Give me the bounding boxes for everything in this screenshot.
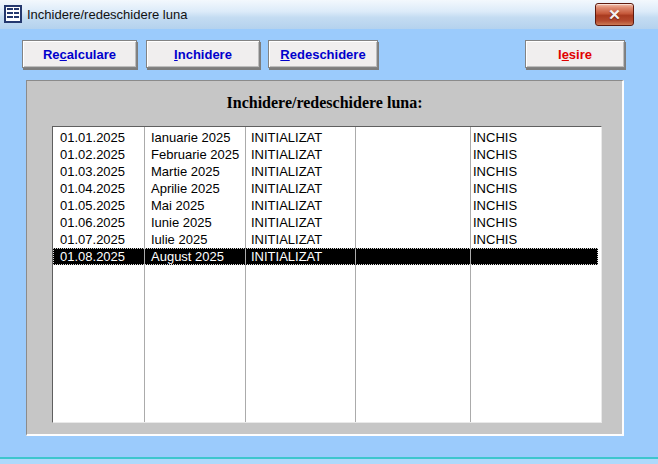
month-list-rows: 01.01.2025 Ianuarie 2025 INITIALIZAT INC…	[53, 129, 601, 265]
list-row[interactable]: 01.06.2025 Iunie 2025 INITIALIZAT INCHIS	[53, 214, 601, 231]
cell-month: Martie 2025	[144, 163, 245, 180]
list-row[interactable]: 01.08.2025 August 2025 INITIALIZAT	[53, 248, 598, 265]
redeschidere-button[interactable]: Redeschidere	[268, 40, 378, 68]
redeschidere-accesskey: R	[280, 47, 289, 62]
ledger-icon	[4, 5, 22, 23]
list-row[interactable]: 01.03.2025 Martie 2025 INITIALIZAT INCHI…	[53, 163, 601, 180]
cell-date: 01.03.2025	[53, 163, 144, 180]
window-bottom-edge-light	[0, 459, 658, 464]
ledger-icon-lines	[14, 8, 20, 20]
cell-extra	[355, 129, 470, 146]
list-row[interactable]: 01.02.2025 Februarie 2025 INITIALIZAT IN…	[53, 146, 601, 163]
cell-closed: INCHIS	[470, 231, 601, 248]
group-panel: Inchidere/redeschidere luna: 01.01.2025 …	[26, 80, 624, 436]
iesire-button[interactable]: Iesire	[525, 40, 625, 68]
cell-date: 01.08.2025	[53, 248, 144, 265]
inchidere-button[interactable]: Inchidere	[146, 40, 260, 68]
cell-date: 01.01.2025	[53, 129, 144, 146]
cell-closed: INCHIS	[470, 197, 601, 214]
cell-status: INITIALIZAT	[245, 146, 355, 163]
cell-status: INITIALIZAT	[245, 248, 355, 265]
titlebar[interactable]: Inchidere/redeschidere luna ✕	[0, 0, 658, 30]
cell-extra	[355, 180, 470, 197]
list-row[interactable]: 01.01.2025 Ianuarie 2025 INITIALIZAT INC…	[53, 129, 601, 146]
cell-extra	[355, 163, 470, 180]
cell-status: INITIALIZAT	[245, 214, 355, 231]
dialog-window: Inchidere/redeschidere luna ✕ Recalcular…	[0, 0, 658, 464]
iesire-label-post: sire	[569, 47, 592, 62]
list-row[interactable]: 01.04.2025 Aprilie 2025 INITIALIZAT INCH…	[53, 180, 601, 197]
cell-month: Mai 2025	[144, 197, 245, 214]
cell-date: 01.05.2025	[53, 197, 144, 214]
cell-extra	[355, 197, 470, 214]
cell-extra	[355, 248, 470, 265]
cell-date: 01.04.2025	[53, 180, 144, 197]
inchidere-label-post: nchidere	[178, 47, 232, 62]
panel-title: Inchidere/redeschidere luna:	[27, 94, 622, 112]
cell-closed: INCHIS	[470, 129, 601, 146]
close-button[interactable]: ✕	[595, 3, 634, 26]
cell-date: 01.06.2025	[53, 214, 144, 231]
cell-closed: INCHIS	[470, 163, 601, 180]
recalculare-label-post: alculare	[67, 47, 116, 62]
month-list[interactable]: 01.01.2025 Ianuarie 2025 INITIALIZAT INC…	[52, 126, 602, 423]
cell-month: August 2025	[144, 248, 245, 265]
close-icon: ✕	[596, 4, 633, 25]
window-title: Inchidere/redeschidere luna	[27, 0, 187, 29]
cell-extra	[355, 214, 470, 231]
cell-status: INITIALIZAT	[245, 129, 355, 146]
cell-month: Iulie 2025	[144, 231, 245, 248]
cell-month: Aprilie 2025	[144, 180, 245, 197]
cell-date: 01.07.2025	[53, 231, 144, 248]
cell-status: INITIALIZAT	[245, 197, 355, 214]
cell-status: INITIALIZAT	[245, 231, 355, 248]
redeschidere-label-post: edeschidere	[290, 47, 366, 62]
cell-extra	[355, 231, 470, 248]
ledger-icon-lines	[7, 8, 13, 20]
list-row[interactable]: 01.07.2025 Iulie 2025 INITIALIZAT INCHIS	[53, 231, 601, 248]
cell-status: INITIALIZAT	[245, 180, 355, 197]
recalculare-label-pre: Re	[43, 47, 60, 62]
dialog-body: Recalculare Inchidere Redeschidere Iesir…	[0, 29, 658, 464]
cell-extra	[355, 146, 470, 163]
cell-month: Iunie 2025	[144, 214, 245, 231]
cell-closed: INCHIS	[470, 146, 601, 163]
cell-closed	[470, 248, 598, 265]
cell-date: 01.02.2025	[53, 146, 144, 163]
recalculare-button[interactable]: Recalculare	[22, 40, 137, 68]
cell-status: INITIALIZAT	[245, 163, 355, 180]
recalculare-accesskey: c	[60, 47, 67, 62]
cell-closed: INCHIS	[470, 180, 601, 197]
cell-closed: INCHIS	[470, 214, 601, 231]
iesire-accesskey: e	[562, 47, 569, 62]
cell-month: Ianuarie 2025	[144, 129, 245, 146]
cell-month: Februarie 2025	[144, 146, 245, 163]
list-row[interactable]: 01.05.2025 Mai 2025 INITIALIZAT INCHIS	[53, 197, 601, 214]
